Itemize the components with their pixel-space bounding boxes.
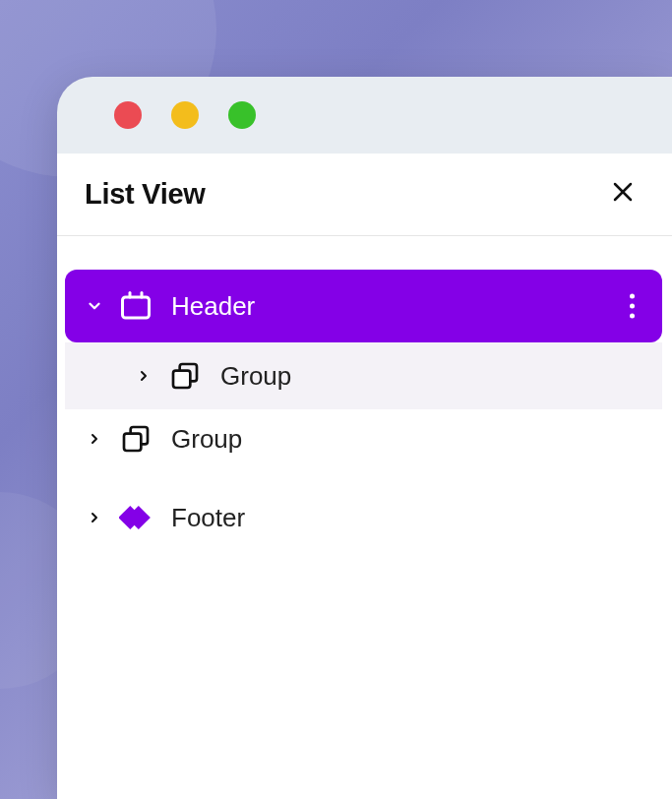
node-label: Group xyxy=(220,361,291,392)
list-view-panel: List View xyxy=(57,154,672,799)
app-window: List View xyxy=(57,77,672,799)
more-options-button[interactable] xyxy=(630,294,635,319)
window-titlebar xyxy=(57,77,672,154)
svg-rect-2 xyxy=(123,297,150,318)
header-icon xyxy=(116,286,155,326)
close-button[interactable] xyxy=(611,180,635,209)
window-maximize-light[interactable] xyxy=(228,101,256,129)
chevron-right-icon[interactable] xyxy=(132,364,155,388)
group-icon xyxy=(165,356,205,396)
more-vertical-icon xyxy=(630,294,635,299)
group-icon xyxy=(116,419,155,459)
chevron-right-icon[interactable] xyxy=(83,427,106,451)
chevron-right-icon[interactable] xyxy=(83,506,106,529)
footer-icon xyxy=(116,498,155,537)
node-label: Footer xyxy=(171,503,245,533)
chevron-down-icon[interactable] xyxy=(83,294,106,318)
node-label: Group xyxy=(171,424,242,455)
close-icon xyxy=(611,180,635,204)
tree-node-footer[interactable]: Footer xyxy=(65,488,662,547)
panel-title: List View xyxy=(85,178,205,211)
svg-rect-6 xyxy=(124,434,141,451)
window-minimize-light[interactable] xyxy=(171,101,199,129)
window-close-light[interactable] xyxy=(114,101,142,129)
tree-node-header[interactable]: Header xyxy=(65,270,662,342)
panel-header: List View xyxy=(57,154,672,236)
node-label: Header xyxy=(171,291,255,322)
svg-rect-4 xyxy=(173,371,190,388)
tree-node-group-child[interactable]: Group xyxy=(65,342,662,409)
block-tree: Header xyxy=(57,236,672,547)
tree-node-group[interactable]: Group xyxy=(65,409,662,468)
